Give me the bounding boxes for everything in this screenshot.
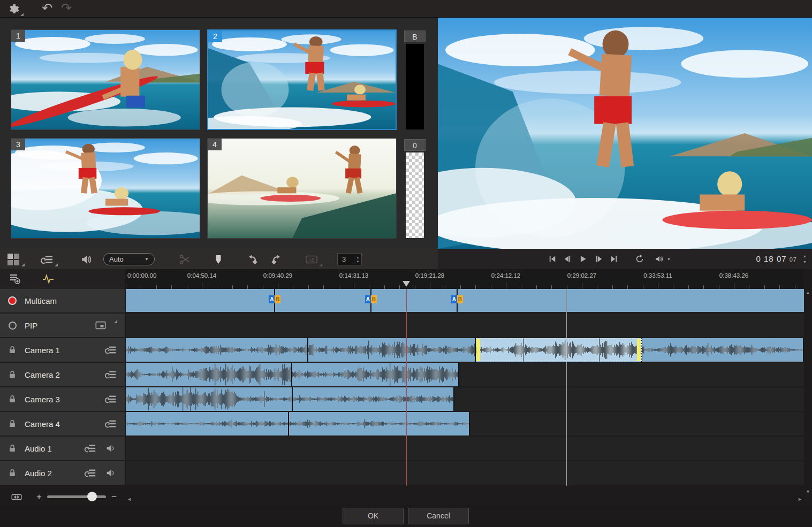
waveform-icon[interactable]	[42, 272, 57, 285]
layout-grid-icon[interactable]: ◢	[7, 253, 22, 266]
playhead-line[interactable]	[406, 289, 407, 486]
cancel-button[interactable]: Cancel	[408, 508, 469, 524]
audio-sync-mode-select[interactable]: Auto ▼	[103, 253, 155, 265]
track-header-camera-1[interactable]: Camera 1	[0, 338, 125, 362]
split-scissors-icon[interactable]	[178, 253, 193, 266]
skip-start-icon[interactable]	[548, 254, 559, 265]
timeline-ruler[interactable]: 0:00:00.000:04:50.140:09:40.290:14:31.13…	[126, 269, 804, 289]
audio-clip[interactable]	[308, 338, 476, 362]
audio-clip[interactable]	[126, 412, 289, 436]
track-mute-icon[interactable]	[104, 442, 117, 454]
trim-handle-left[interactable]	[476, 339, 480, 361]
camera-thumbnail-2[interactable]: 2	[207, 29, 397, 130]
redo-button[interactable]: ↷	[61, 3, 75, 16]
ruler-tick	[551, 285, 552, 289]
camera-thumbnail-4[interactable]: 4	[207, 138, 397, 239]
track-sync-icon[interactable]	[84, 442, 97, 454]
volume-caret-icon[interactable]: ▼	[667, 257, 679, 268]
scroll-left-icon[interactable]: ◄	[127, 497, 132, 502]
step-forward-icon[interactable]	[594, 254, 606, 265]
record-indicator-icon[interactable]	[8, 296, 17, 305]
audio-clip[interactable]	[642, 338, 804, 362]
pip-enable-radio-icon[interactable]	[9, 322, 17, 330]
track-header-audio-1[interactable]: Audio 1	[0, 437, 125, 460]
audio-speaker-icon[interactable]	[80, 253, 95, 266]
play-icon[interactable]	[578, 254, 590, 265]
lock-icon[interactable]	[7, 345, 17, 355]
playhead-marker[interactable]	[403, 281, 410, 287]
track-lane-multicam[interactable]: ABABAB	[126, 289, 804, 312]
audio-clip[interactable]	[126, 387, 293, 411]
track-sync-icon[interactable]	[84, 467, 97, 479]
track-header-camera-4[interactable]: Camera 4	[0, 412, 125, 436]
trim-handle-right[interactable]	[637, 339, 641, 361]
spinner-up-icon[interactable]: ▲	[356, 255, 360, 259]
ab-transition-marker[interactable]: AB	[365, 295, 377, 303]
selected-audio-clip[interactable]	[476, 338, 642, 362]
timecode-display[interactable]: 0 18 07 07	[756, 254, 797, 263]
track-header-audio-2[interactable]: Audio 2	[0, 461, 125, 485]
timecode-down-icon[interactable]: ▼	[803, 259, 807, 265]
track-header-camera-3[interactable]: Camera 3	[0, 387, 125, 411]
track-lane-camera-2[interactable]	[126, 363, 804, 386]
audio-clip[interactable]	[292, 363, 459, 386]
track-lane-audio-1[interactable]	[126, 437, 804, 460]
timecode-up-icon[interactable]: ▲	[803, 253, 807, 259]
undo-button[interactable]: ↶	[42, 3, 56, 16]
loop-icon[interactable]	[635, 254, 647, 265]
scroll-up-icon[interactable]: ▲	[806, 290, 810, 295]
track-header-camera-2[interactable]: Camera 2	[0, 363, 125, 386]
track-sync-icon[interactable]	[104, 344, 117, 356]
ab-transition-marker[interactable]: AB	[451, 295, 463, 303]
ok-button[interactable]: OK	[343, 508, 404, 524]
edit-cursor-line[interactable]	[566, 289, 567, 486]
track-lane-audio-2[interactable]	[126, 461, 804, 485]
lock-icon[interactable]	[7, 468, 17, 478]
zoom-out-button[interactable]: −	[111, 492, 117, 502]
settings-gear-icon[interactable]: ◢	[7, 3, 21, 16]
track-lane-camera-4[interactable]	[126, 412, 804, 436]
track-lane-camera-1[interactable]	[126, 338, 804, 362]
track-lane-pip[interactable]	[126, 314, 804, 337]
audio-clip[interactable]	[126, 338, 308, 362]
scroll-right-icon[interactable]: ►	[798, 497, 802, 502]
step-back-icon[interactable]	[563, 254, 574, 265]
rotate-right-icon[interactable]	[271, 253, 286, 266]
lock-icon[interactable]	[7, 370, 17, 379]
track-mute-icon[interactable]	[104, 467, 117, 479]
main-preview[interactable]	[438, 18, 812, 249]
camera-thumbnail-3[interactable]: 3	[11, 138, 200, 239]
zoom-slider-thumb[interactable]	[87, 492, 97, 501]
skip-end-icon[interactable]	[609, 254, 621, 265]
lock-icon[interactable]	[7, 444, 17, 453]
track-sync-icon[interactable]	[104, 369, 117, 380]
audio-clip[interactable]	[126, 363, 292, 386]
camera-thumbnail-1[interactable]: 1	[11, 29, 200, 130]
lock-icon[interactable]	[7, 394, 17, 404]
multicam-compiled-clip[interactable]	[126, 289, 804, 312]
volume-icon[interactable]	[655, 254, 666, 265]
add-track-icon[interactable]	[9, 272, 24, 285]
black-source-panel[interactable]: B	[404, 30, 426, 131]
rotate-left-icon[interactable]	[245, 253, 260, 266]
track-sync-icon[interactable]	[104, 393, 117, 405]
sync-tracks-icon[interactable]: ◢	[41, 253, 56, 266]
audio-clip[interactable]	[293, 387, 454, 411]
spinner-down-icon[interactable]: ▼	[356, 259, 360, 264]
track-lane-camera-3[interactable]	[126, 387, 804, 411]
pip-layout-icon[interactable]	[94, 319, 107, 331]
timeline-zoom-slider[interactable]	[47, 495, 106, 498]
audio-clip[interactable]	[289, 412, 470, 436]
ab-transition-icon[interactable]: AB ◢	[305, 253, 320, 266]
fit-timeline-icon[interactable]	[10, 492, 24, 502]
track-header-pip[interactable]: PIP◢	[0, 314, 125, 337]
lock-icon[interactable]	[7, 419, 17, 429]
zoom-in-button[interactable]: +	[36, 492, 42, 502]
scroll-down-icon[interactable]: ▼	[806, 489, 810, 494]
transparent-source-panel[interactable]: 0	[404, 139, 426, 239]
track-sync-icon[interactable]	[104, 418, 117, 430]
marker-icon[interactable]	[212, 253, 227, 266]
track-header-multicam[interactable]: Multicam	[0, 289, 125, 312]
transition-duration-spinner[interactable]: 3 ▲ ▼	[337, 253, 362, 265]
ab-transition-marker[interactable]: AB	[269, 295, 280, 303]
